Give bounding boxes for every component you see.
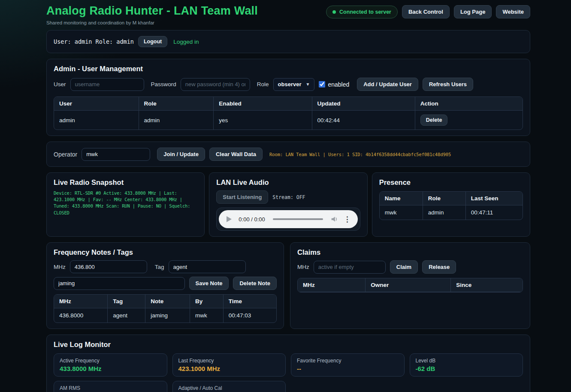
users-table: User Role Enabled Updated Action admin a…	[54, 96, 523, 130]
presence-title: Presence	[379, 178, 523, 187]
role-label: Role	[257, 81, 269, 87]
operator-input[interactable]	[82, 148, 150, 161]
user-role-text: User: admin Role: admin	[54, 38, 134, 45]
presence-name-cell: mwk	[380, 205, 423, 220]
livelog-cards-row1: Active Frequency 433.8000 MHz Last Frequ…	[54, 353, 523, 377]
notes-claims-row: Frequency Notes / Tags MHz Tag Save Note…	[46, 242, 530, 329]
livelog-title: Live Log Monitor	[54, 341, 523, 349]
notes-col-note: Note	[145, 295, 190, 308]
notes-mhz-cell: 436.8000	[54, 308, 107, 323]
claims-table: MHz Owner Since	[297, 278, 523, 292]
admin-panel-title: Admin - User Management	[54, 65, 523, 73]
level-db-label: Level dB	[416, 358, 517, 364]
volume-icon[interactable]	[331, 216, 338, 223]
audio-seekbar[interactable]	[273, 218, 323, 220]
lan-live-audio-panel: LAN Live Audio Start Listening Stream: O…	[209, 172, 367, 237]
notes-title: Frequency Notes / Tags	[54, 248, 277, 256]
level-db-value: -62 dB	[416, 365, 517, 372]
active-frequency-card: Active Frequency 433.8000 MHz	[54, 353, 167, 377]
live-radio-snapshot-panel: Live Radio Snapshot Device: RTL-SDR #0 A…	[46, 172, 205, 237]
save-note-button[interactable]: Save Note	[189, 277, 229, 290]
page: Analog Radio Hunter - LAN Team Wall Shar…	[46, 0, 530, 392]
user-label: User	[54, 81, 66, 87]
username-input[interactable]	[70, 78, 144, 91]
audio-title: LAN Live Audio	[216, 178, 360, 187]
notes-mhz-input[interactable]	[70, 260, 147, 273]
audio-player[interactable]: 0:00 / 0:00 ⋮	[219, 210, 357, 228]
header-actions: Connected to server Back Control Log Pag…	[326, 5, 530, 18]
delete-note-button[interactable]: Delete Note	[233, 277, 277, 290]
website-button[interactable]: Website	[496, 5, 530, 18]
role-select-value: observer	[278, 81, 302, 87]
log-page-button[interactable]: Log Page	[454, 5, 492, 18]
presence-col-lastseen: Last Seen	[465, 192, 523, 205]
notes-table: MHz Tag Note By Time 436.8000 agent jami…	[54, 294, 277, 323]
start-listening-button[interactable]: Start Listening	[216, 190, 268, 204]
add-update-user-button[interactable]: Add / Update User	[357, 78, 418, 91]
password-label: Password	[151, 81, 176, 87]
login-status-text: Logged in	[173, 39, 199, 45]
notes-col-tag: Tag	[107, 295, 145, 308]
notes-col-time: Time	[223, 295, 276, 308]
claims-mhz-input[interactable]	[314, 261, 386, 274]
claim-button[interactable]: Claim	[390, 260, 418, 274]
note-text-input[interactable]	[54, 277, 185, 290]
operator-label: Operator	[54, 151, 77, 158]
audio-time: 0:00 / 0:00	[239, 216, 265, 223]
presence-role-cell: admin	[423, 205, 465, 220]
user-bar: User: admin Role: admin Logout Logged in	[46, 30, 530, 53]
notes-by-cell: mwk	[190, 308, 223, 323]
notes-time-cell: 00:47:03	[223, 308, 276, 323]
join-update-button[interactable]: Join / Update	[157, 148, 205, 161]
role-select[interactable]: observer ▼	[273, 78, 315, 91]
livelog-cards-row2: AM RMS -- dB Adaptive / Auto Cal off | -…	[54, 381, 523, 392]
operator-bar: Operator Join / Update Clear Wall Data R…	[46, 142, 530, 167]
presence-panel: Presence Name Role Last Seen mwk admin	[372, 172, 530, 237]
logout-button[interactable]: Logout	[138, 36, 167, 47]
notes-col-mhz: MHz	[54, 295, 107, 308]
presence-col-role: Role	[423, 192, 465, 205]
claims-mhz-label: MHz	[297, 264, 309, 270]
header: Analog Radio Hunter - LAN Team Wall Shar…	[46, 4, 530, 25]
clear-wall-data-button[interactable]: Clear Wall Data	[209, 148, 263, 161]
favorite-frequency-value: --	[297, 365, 399, 372]
status-dot-icon	[332, 10, 336, 14]
adaptive-autocal-card: Adaptive / Auto Cal off | --	[172, 381, 286, 392]
notes-row: 436.8000 agent jaming mwk 00:47:03	[54, 308, 276, 323]
delete-user-button[interactable]: Delete	[420, 115, 448, 126]
back-control-button[interactable]: Back Control	[402, 5, 450, 18]
password-input[interactable]	[181, 78, 250, 91]
refresh-users-button[interactable]: Refresh Users	[423, 78, 473, 91]
notes-header-row: MHz Tag Note By Time	[54, 295, 276, 308]
notes-tag-cell: agent	[107, 308, 145, 323]
enabled-cell: yes	[213, 111, 311, 130]
claims-col-owner: Owner	[365, 278, 450, 292]
connection-status-badge: Connected to server	[326, 6, 398, 18]
users-col-user: User	[54, 97, 139, 111]
notes-mhz-label: MHz	[54, 264, 66, 270]
enabled-checkbox[interactable]	[319, 81, 325, 87]
status-row: Live Radio Snapshot Device: RTL-SDR #0 A…	[46, 172, 530, 237]
users-col-updated: Updated	[312, 97, 415, 111]
claims-header-row: MHz Owner Since	[298, 278, 523, 292]
claims-col-mhz: MHz	[298, 278, 365, 292]
page-title: Analog Radio Hunter - LAN Team Wall	[46, 4, 258, 18]
level-db-card: Level dB -62 dB	[410, 353, 523, 377]
notes-tag-input[interactable]	[169, 260, 246, 273]
active-frequency-label: Active Frequency	[60, 358, 161, 364]
play-icon[interactable]	[227, 216, 232, 222]
notes-tag-label: Tag	[155, 264, 164, 270]
audio-menu-icon[interactable]: ⋮	[343, 215, 352, 224]
notes-note-cell: jaming	[145, 308, 190, 323]
claims-title: Claims	[297, 248, 523, 256]
release-button[interactable]: Release	[422, 260, 456, 274]
enabled-label: enabled	[328, 81, 349, 88]
last-frequency-label: Last Frequency	[178, 358, 280, 364]
live-log-monitor-panel: Live Log Monitor Active Frequency 433.80…	[46, 335, 530, 392]
active-frequency-value: 433.8000 MHz	[60, 365, 161, 372]
room-info-text: Room: LAN Team Wall | Users: 1 SID: 4b14…	[269, 152, 451, 157]
users-col-role: Role	[139, 97, 214, 111]
snapshot-title: Live Radio Snapshot	[54, 178, 197, 187]
favorite-frequency-label: Favorite Frequency	[297, 358, 399, 364]
connection-status-label: Connected to server	[339, 9, 391, 15]
